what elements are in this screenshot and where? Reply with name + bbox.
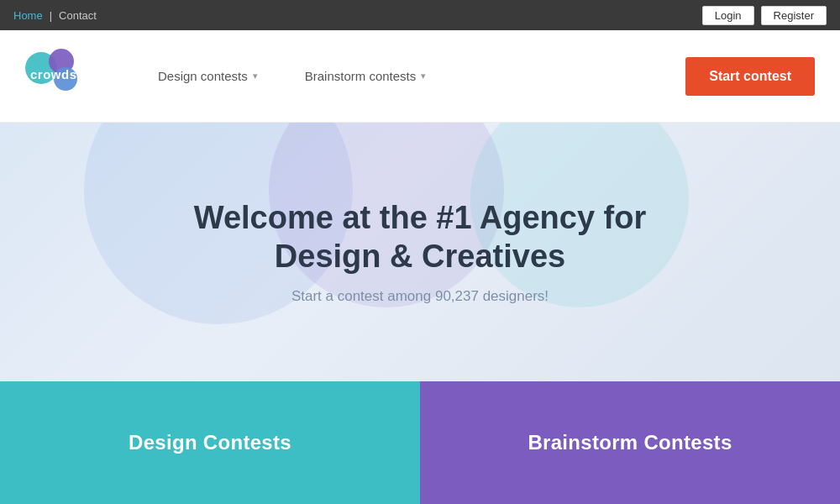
logo-text: crowdsite	[30, 67, 93, 81]
cards-row: Design Contests Brainstorm Contests	[0, 381, 840, 504]
login-button[interactable]: Login	[702, 6, 754, 25]
navbar: crowdsite Design contests ▾ Brainstorm c…	[0, 30, 840, 123]
start-contest-button[interactable]: Start contest	[685, 57, 815, 96]
contact-link[interactable]: Contact	[59, 9, 97, 22]
top-bar: Home | Contact Login Register	[0, 0, 840, 30]
brainstorm-contests-card[interactable]: Brainstorm Contests	[420, 381, 840, 504]
register-button[interactable]: Register	[761, 6, 827, 25]
logo-bubbles: crowdsite	[25, 49, 84, 103]
chevron-down-icon-2: ▾	[421, 71, 426, 81]
home-link[interactable]: Home	[13, 9, 43, 22]
nav-brainstorm-contests[interactable]: Brainstorm contests ▾	[281, 69, 450, 83]
hero-title: Welcome at the #1 Agency forDesign & Cre…	[194, 199, 647, 276]
divider: |	[50, 9, 52, 22]
chevron-down-icon: ▾	[253, 71, 258, 81]
top-bar-auth: Login Register	[702, 6, 827, 25]
logo[interactable]: crowdsite	[25, 49, 84, 103]
design-contests-label: Design Contests	[129, 431, 291, 454]
brainstorm-contests-label: Brainstorm Contests	[528, 431, 732, 454]
design-contests-card[interactable]: Design Contests	[0, 381, 420, 504]
top-bar-links: Home | Contact	[13, 9, 97, 22]
nav-links: Design contests ▾ Brainstorm contests ▾ …	[134, 57, 815, 96]
nav-design-label: Design contests	[158, 69, 248, 83]
hero-section: Welcome at the #1 Agency forDesign & Cre…	[0, 123, 840, 381]
nav-design-contests[interactable]: Design contests ▾	[134, 69, 281, 83]
hero-subtitle: Start a contest among 90,237 designers!	[291, 288, 549, 305]
nav-brainstorm-label: Brainstorm contests	[305, 69, 417, 83]
